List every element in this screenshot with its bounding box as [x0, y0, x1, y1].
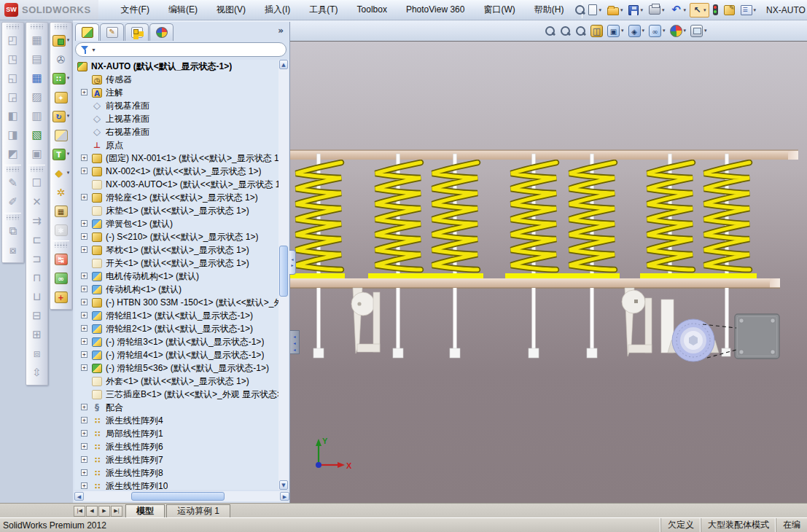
pulley-assembly-1[interactable] — [351, 288, 380, 353]
menu-插入(I)[interactable]: 插入(I) — [255, 0, 300, 20]
interference-detection-button[interactable]: ↹ — [52, 250, 70, 268]
hide-show-items-dropdown[interactable]: ▾ — [663, 28, 666, 34]
align-right-button[interactable]: ⊐ — [28, 250, 46, 268]
edit-appearance-dropdown[interactable]: ▾ — [684, 28, 687, 34]
expand-plus-icon[interactable]: + — [81, 430, 87, 437]
space-horizontal-button[interactable]: ⊟ — [28, 307, 46, 325]
coil-springs[interactable] — [296, 163, 749, 270]
view-orientation-dropdown[interactable]: ▾ — [621, 28, 624, 34]
exploded-view-button[interactable]: ✱ — [52, 221, 70, 239]
expand-plus-icon[interactable]: + — [81, 220, 87, 227]
align-bottom-button[interactable]: ⊔ — [28, 288, 46, 306]
tree-item[interactable]: ◷传感器 — [74, 73, 279, 86]
view-orientation-button[interactable]: ▣▾ — [606, 23, 625, 39]
clear-selections-button[interactable]: ✕ — [28, 193, 46, 211]
tree-item[interactable]: 外套<1> (默认<<默认>_显示状态 1>) — [74, 375, 279, 388]
toolbar-grip[interactable] — [55, 243, 67, 248]
tree-item[interactable]: +A注解 — [74, 86, 279, 99]
bottom-plank-cap[interactable] — [770, 278, 780, 288]
save-button[interactable]: ▾ — [626, 4, 645, 17]
filter-dropdown-icon[interactable]: ▼ — [91, 47, 96, 52]
convert-button[interactable]: ⇉ — [28, 212, 46, 230]
zoom-to-fit-button[interactable] — [543, 24, 557, 38]
top-plank[interactable] — [290, 150, 798, 160]
expand-plus-icon[interactable]: + — [81, 456, 87, 463]
standard-view-button[interactable]: ◱ — [4, 69, 22, 87]
tree-item[interactable]: +∷派生线性阵列7 — [74, 453, 279, 466]
assembly-visualization-button[interactable]: + — [52, 288, 70, 306]
tree-item[interactable]: +NX-002<1> (默认<<默认>_显示状态 1>) — [74, 165, 279, 178]
expand-plus-icon[interactable]: + — [81, 273, 87, 279]
toolbar-grip[interactable] — [31, 167, 43, 172]
general-table-button[interactable]: ▥ — [28, 107, 46, 125]
menu-文件(F)[interactable]: 文件(F) — [112, 0, 159, 20]
assembly-features-dropdown[interactable]: ▾ — [67, 145, 70, 163]
tab-nav-2[interactable]: ▶ — [98, 506, 110, 517]
reference-geometry-button[interactable]: ◆▾ — [52, 164, 70, 182]
tree-item[interactable]: +§配合 — [74, 401, 279, 414]
tree-item[interactable]: +滑轮组1<1> (默认<默认_显示状态-1>) — [74, 309, 279, 322]
select-cursor-button[interactable]: ↖▾ — [690, 3, 709, 17]
expand-plus-icon[interactable]: + — [81, 417, 87, 423]
tree-item[interactable]: +(-) 滑轮组5<36> (默认<默认_显示状态-1>) — [74, 361, 279, 375]
tree-item[interactable]: +传动机构<1> (默认) — [74, 283, 279, 296]
menu-Toolbox[interactable]: Toolbox — [348, 0, 397, 20]
tree-item[interactable]: +弹簧包<1> (默认) — [74, 217, 279, 230]
3d-sketch-button[interactable]: ✐ — [4, 193, 22, 211]
tree-item[interactable]: +琴枕<1> (默认<<默认>_显示状态 1>) — [74, 243, 279, 257]
tree-item[interactable]: +(-) 滑轮组4<1> (默认<默认_显示状态-1>) — [74, 348, 279, 361]
expand-plus-icon[interactable]: + — [81, 299, 87, 305]
assembly-features-button[interactable]: T▾ — [52, 145, 70, 163]
clipped-part-at-edge[interactable]: ◂◂◂ — [290, 330, 300, 354]
tree-item[interactable]: +∷派生线性阵列10 — [74, 480, 279, 490]
scroll-left-button[interactable]: ◀ — [74, 492, 84, 501]
print-button[interactable]: ▾ — [647, 4, 667, 16]
previous-view-button[interactable] — [574, 24, 588, 38]
bottom-plank[interactable] — [290, 278, 780, 288]
scroll-right-button[interactable]: ▶ — [280, 492, 289, 501]
toolbar-grip[interactable] — [31, 24, 43, 29]
reference-geometry-dropdown[interactable]: ▾ — [67, 164, 70, 182]
mirror-entities-button[interactable]: ⧇ — [4, 241, 22, 259]
motion-study-gears-button[interactable]: ✲ — [52, 183, 70, 201]
standard-view-button[interactable]: ◳ — [4, 50, 22, 69]
toolbar-grip[interactable] — [7, 215, 19, 220]
graphics-viewport[interactable]: Y X ◂▸ ◂◂◂ — [290, 41, 807, 503]
panel-flyout-button[interactable]: » — [278, 26, 284, 36]
standard-view-button[interactable]: ◨ — [4, 126, 22, 144]
tree-item[interactable]: +滑轮组2<1> (默认<默认_显示状态-1>) — [74, 322, 279, 335]
menu-编辑(E)[interactable]: 编辑(E) — [159, 0, 207, 20]
menu-工具(T)[interactable]: 工具(T) — [300, 0, 347, 20]
align-top-button[interactable]: ⊓ — [28, 269, 46, 287]
tree-horizontal-scrollbar[interactable]: ◀ ▶ — [74, 491, 289, 501]
edit-appearance-button[interactable]: ▾ — [668, 23, 688, 39]
table-button[interactable]: ▤ — [28, 50, 46, 69]
scroll-down-button[interactable]: ▼ — [279, 480, 288, 490]
tree-item[interactable]: ◇前视基准面 — [74, 99, 279, 112]
expand-plus-icon[interactable]: + — [81, 168, 87, 174]
menu-帮助(H)[interactable]: 帮助(H) — [525, 0, 574, 20]
apply-scene-button[interactable]: ▾ — [689, 23, 709, 39]
menu-PhotoView 360[interactable]: PhotoView 360 — [397, 0, 475, 20]
tree-item[interactable]: +电机传动机构<1> (默认) — [74, 270, 279, 283]
tree-item[interactable]: +(-) 滑轮组3<1> (默认<默认_显示状态-1>) — [74, 335, 279, 348]
insert-component-dropdown[interactable]: ▾ — [67, 31, 70, 50]
standard-view-button[interactable]: ◧ — [4, 107, 22, 125]
tab-模型[interactable]: 模型 — [125, 504, 165, 517]
expand-plus-icon[interactable]: + — [81, 404, 87, 410]
expand-plus-icon[interactable]: + — [81, 233, 87, 240]
group-button[interactable]: ⧈ — [28, 345, 46, 363]
spring-pads[interactable] — [290, 273, 757, 278]
undo-button[interactable]: ↶▾ — [668, 3, 689, 17]
space-vertical-button[interactable]: ⊞ — [28, 326, 46, 344]
tree-item[interactable]: +(-) S<210> (默认<<默认>_显示状态 1>) — [74, 230, 279, 243]
menu-视图(V)[interactable]: 视图(V) — [207, 0, 255, 20]
toolbar-grip[interactable] — [7, 24, 19, 29]
excel-bom-button[interactable]: ▧ — [28, 126, 46, 144]
distribute-button[interactable]: ⇳ — [28, 364, 46, 382]
standard-view-button[interactable]: ◩ — [4, 145, 22, 163]
tree-item[interactable]: +(-) HTBN 300 S3M -150<1> (默认<<默认>_外 — [74, 296, 279, 309]
motor-assembly[interactable] — [661, 300, 719, 361]
bill-of-materials-button[interactable]: ▦ — [52, 202, 70, 220]
pulley-assembly-2[interactable] — [622, 288, 652, 356]
